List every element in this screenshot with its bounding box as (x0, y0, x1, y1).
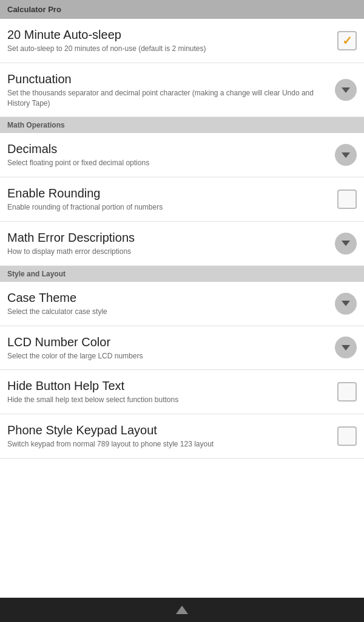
setting-desc-math-error-descriptions: How to display math error descriptions (7, 247, 329, 257)
setting-title-decimals: Decimals (7, 142, 329, 156)
setting-text-punctuation: PunctuationSet the thousands separator a… (7, 72, 335, 109)
setting-text-enable-rounding: Enable RoundingEnable rounding of fracti… (7, 186, 337, 213)
setting-item-lcd-number-color[interactable]: LCD Number ColorSelect the color of the … (0, 326, 364, 371)
dropdown-decimals[interactable] (335, 144, 357, 166)
setting-text-hide-button-help-text: Hide Button Help TextHide the small help… (7, 378, 337, 405)
checkbox-auto-sleep[interactable] (337, 31, 357, 50)
setting-desc-auto-sleep: Set auto-sleep to 20 minutes of non-use … (7, 44, 331, 54)
setting-item-punctuation[interactable]: PunctuationSet the thousands separator a… (0, 63, 364, 118)
setting-item-math-error-descriptions[interactable]: Math Error DescriptionsHow to display ma… (0, 222, 364, 266)
setting-title-auto-sleep: 20 Minute Auto-sleep (7, 27, 331, 42)
dropdown-punctuation[interactable] (335, 79, 357, 101)
setting-desc-enable-rounding: Enable rounding of fractional portion of… (7, 202, 331, 213)
setting-desc-hide-button-help-text: Hide the small help text below select fu… (7, 395, 331, 405)
setting-text-case-theme: Case ThemeSelect the calculator case sty… (7, 290, 335, 317)
setting-item-enable-rounding[interactable]: Enable RoundingEnable rounding of fracti… (0, 177, 364, 222)
setting-item-phone-style-keypad[interactable]: Phone Style Keypad LayoutSwitch keypad f… (0, 414, 364, 459)
dropdown-case-theme[interactable] (335, 293, 357, 315)
setting-text-phone-style-keypad: Phone Style Keypad LayoutSwitch keypad f… (7, 423, 337, 449)
setting-item-hide-button-help-text[interactable]: Hide Button Help TextHide the small help… (0, 370, 364, 414)
setting-item-decimals[interactable]: DecimalsSelect floating point or fixed d… (0, 133, 364, 177)
setting-title-punctuation: Punctuation (7, 72, 329, 86)
checkbox-phone-style-keypad[interactable] (337, 426, 357, 446)
setting-text-lcd-number-color: LCD Number ColorSelect the color of the … (7, 335, 335, 361)
app-title: Calculator Pro (7, 5, 61, 14)
dropdown-math-error-descriptions[interactable] (335, 233, 357, 255)
section-header-math-operations: Math Operations (0, 117, 364, 133)
setting-item-auto-sleep[interactable]: 20 Minute Auto-sleepSet auto-sleep to 20… (0, 19, 364, 63)
setting-desc-punctuation: Set the thousands separator and decimal … (7, 88, 329, 109)
section-header-style-and-layout: Style and Layout (0, 266, 364, 282)
settings-list: 20 Minute Auto-sleepSet auto-sleep to 20… (0, 19, 364, 598)
setting-desc-decimals: Select floating point or fixed decimal o… (7, 158, 329, 168)
dropdown-lcd-number-color[interactable] (335, 337, 357, 358)
setting-text-decimals: DecimalsSelect floating point or fixed d… (7, 142, 335, 168)
checkbox-hide-button-help-text[interactable] (337, 382, 357, 402)
bottom-bar (0, 598, 364, 622)
app-header: Calculator Pro (0, 0, 364, 19)
setting-title-hide-button-help-text: Hide Button Help Text (7, 378, 331, 393)
up-arrow-icon (176, 606, 188, 614)
setting-item-case-theme[interactable]: Case ThemeSelect the calculator case sty… (0, 282, 364, 326)
setting-desc-lcd-number-color: Select the color of the large LCD number… (7, 351, 329, 361)
up-button[interactable] (152, 598, 212, 622)
setting-title-case-theme: Case Theme (7, 290, 329, 305)
setting-text-auto-sleep: 20 Minute Auto-sleepSet auto-sleep to 20… (7, 27, 337, 54)
setting-desc-case-theme: Select the calculator case style (7, 307, 329, 317)
setting-title-enable-rounding: Enable Rounding (7, 186, 331, 200)
setting-title-phone-style-keypad: Phone Style Keypad Layout (7, 423, 331, 437)
setting-title-lcd-number-color: LCD Number Color (7, 335, 329, 349)
checkbox-enable-rounding[interactable] (337, 190, 357, 209)
setting-title-math-error-descriptions: Math Error Descriptions (7, 230, 329, 245)
setting-desc-phone-style-keypad: Switch keypad from normal 789 layout to … (7, 439, 331, 449)
setting-text-math-error-descriptions: Math Error DescriptionsHow to display ma… (7, 230, 335, 257)
